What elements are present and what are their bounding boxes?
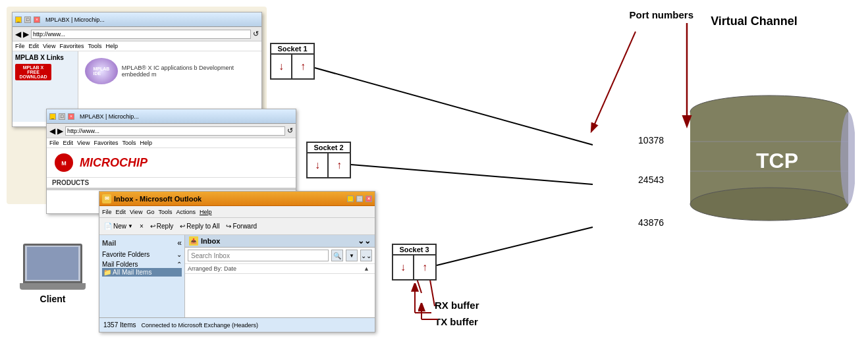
search-dropdown[interactable]: ▼ bbox=[346, 250, 358, 261]
svg-text:M: M bbox=[61, 160, 67, 167]
menu-help-1[interactable]: Help bbox=[105, 43, 118, 49]
browser2-tab[interactable]: MPLABX | Microchip... bbox=[80, 113, 139, 120]
tcp-cylinder-svg: TCP bbox=[684, 92, 855, 224]
maximize-btn-1[interactable]: □ bbox=[24, 16, 31, 23]
mail-folders-expand-icon[interactable]: ⌃ bbox=[176, 261, 182, 268]
forward-icon: ↪ bbox=[226, 223, 231, 230]
menu-help-2[interactable]: Help bbox=[140, 140, 152, 146]
socket1-down-arrow: ↓ bbox=[279, 61, 284, 72]
laptop-screen-inner bbox=[27, 247, 78, 280]
favorite-folders-expand-icon[interactable]: ⌄ bbox=[176, 251, 182, 258]
socket2-label: Socket 2 bbox=[308, 143, 350, 153]
close-btn-2[interactable]: × bbox=[68, 113, 74, 120]
svg-text:TCP: TCP bbox=[756, 149, 798, 173]
new-button[interactable]: 📄 New ▼ bbox=[102, 222, 135, 230]
items-count: 1357 Items bbox=[103, 321, 136, 329]
forward-icon-2[interactable]: ▶ bbox=[57, 126, 63, 136]
menu-view-1[interactable]: View bbox=[43, 43, 55, 49]
svg-line-1 bbox=[351, 165, 593, 184]
port-1-label: 10378 bbox=[638, 135, 664, 146]
close-outlook[interactable]: × bbox=[366, 196, 372, 202]
outlook-menu: File Edit View Go Tools Actions Help bbox=[99, 206, 375, 218]
outlook-menu-actions[interactable]: Actions bbox=[176, 209, 196, 215]
outlook-body: Mail « Favorite Folders ⌄ Mail Folders ⌃… bbox=[99, 235, 375, 329]
inbox-search: 🔍 ▼ ⌄⌄ bbox=[185, 248, 375, 264]
diagram-container: _ □ × MPLABX | Microchip... ◀ ▶ ↺ File E… bbox=[0, 0, 868, 347]
microchip-logo: M MICROCHIP bbox=[47, 148, 296, 177]
socket3-rx-cell: ↓ bbox=[393, 255, 414, 279]
microchip-products: PRODUCTS bbox=[47, 177, 296, 188]
mplab-download-btn[interactable]: MPLAB XFREE DOWNLOAD bbox=[15, 64, 51, 80]
scroll-up[interactable]: ▲ bbox=[364, 265, 369, 272]
forward-icon[interactable]: ▶ bbox=[23, 30, 29, 39]
mail-folders-header: Mail Folders ⌃ bbox=[102, 261, 182, 268]
mail-label: Mail bbox=[102, 238, 116, 248]
socket-1: Socket 1 ↓ ↑ bbox=[270, 43, 315, 80]
outlook-menu-tools[interactable]: Tools bbox=[158, 209, 172, 215]
menu-file-2[interactable]: File bbox=[49, 140, 59, 146]
back-icon-2[interactable]: ◀ bbox=[49, 126, 55, 136]
browser1-tab[interactable]: MPLABX | Microchip... bbox=[45, 16, 105, 23]
all-mail-item[interactable]: 📁 All Mail Items bbox=[102, 268, 182, 277]
search-input[interactable] bbox=[188, 250, 329, 261]
delete-button[interactable]: × bbox=[138, 222, 146, 230]
back-icon[interactable]: ◀ bbox=[15, 30, 21, 39]
outlook-menu-help[interactable]: Help bbox=[200, 209, 212, 215]
menu-file-1[interactable]: File bbox=[15, 43, 25, 49]
socket1-cells: ↓ ↑ bbox=[271, 55, 313, 78]
new-dropdown-icon[interactable]: ▼ bbox=[128, 223, 133, 229]
browser2-address-bar: ◀ ▶ ↺ bbox=[47, 124, 296, 138]
forward-button[interactable]: ↪ Forward bbox=[224, 222, 259, 230]
outlook-menu-view[interactable]: View bbox=[130, 209, 142, 215]
browser2-scrollbar[interactable] bbox=[47, 188, 296, 190]
menu-tools-1[interactable]: Tools bbox=[88, 43, 101, 49]
maximize-btn-2[interactable]: □ bbox=[59, 113, 65, 120]
address-input-1[interactable] bbox=[31, 30, 251, 39]
socket1-up-arrow: ↑ bbox=[300, 61, 306, 72]
search-button[interactable]: 🔍 bbox=[331, 250, 343, 261]
socket-3: Socket 3 ↓ ↑ bbox=[392, 244, 437, 280]
refresh-icon-2[interactable]: ↺ bbox=[287, 126, 293, 135]
address-input-2[interactable] bbox=[65, 126, 285, 136]
socket3-tx-cell: ↑ bbox=[414, 255, 435, 279]
mplab-logo-area: MPLABIDE MPLAB® X IC applications b Deve… bbox=[81, 54, 259, 88]
socket1-label: Socket 1 bbox=[271, 44, 313, 55]
socket2-tx-cell: ↑ bbox=[329, 153, 350, 177]
port-2-label: 24543 bbox=[638, 174, 664, 185]
favorite-folders-header: Favorite Folders ⌄ bbox=[102, 251, 182, 258]
laptop-screen bbox=[23, 244, 82, 283]
menu-edit-2[interactable]: Edit bbox=[63, 140, 74, 146]
tcp-cylinder: TCP bbox=[684, 92, 828, 217]
outlook-menu-edit[interactable]: Edit bbox=[116, 209, 126, 215]
socket3-label: Socket 3 bbox=[393, 245, 435, 255]
browser1-content-text: MPLAB® X IC applications b Development e… bbox=[122, 65, 256, 78]
minimize-btn-1[interactable]: _ bbox=[15, 16, 22, 23]
reply-all-button[interactable]: ↩ Reply to All bbox=[178, 222, 221, 230]
outlook-menu-file[interactable]: File bbox=[102, 209, 112, 215]
maximize-outlook[interactable]: □ bbox=[356, 196, 363, 202]
microchip-brand: MICROCHIP bbox=[80, 156, 148, 170]
search-expand[interactable]: ⌄⌄ bbox=[360, 250, 372, 261]
refresh-icon[interactable]: ↺ bbox=[253, 30, 259, 38]
reply-button[interactable]: ↩ Reply bbox=[148, 222, 176, 230]
socket1-rx-cell: ↓ bbox=[271, 55, 292, 78]
port-3-label: 43876 bbox=[638, 217, 664, 228]
menu-edit-1[interactable]: Edit bbox=[29, 43, 40, 49]
menu-view-2[interactable]: View bbox=[77, 140, 90, 146]
browser2-menu: File Edit View Favorites Tools Help bbox=[47, 138, 296, 148]
reply-icon: ↩ bbox=[150, 223, 155, 230]
browser1-address-bar: ◀ ▶ ↺ bbox=[13, 27, 261, 41]
inbox-arrange: Arranged By: Date ▲ bbox=[185, 264, 375, 274]
mail-collapse-icon[interactable]: « bbox=[177, 238, 182, 248]
outlook-menu-go[interactable]: Go bbox=[146, 209, 154, 215]
menu-favorites-1[interactable]: Favorites bbox=[59, 43, 84, 49]
menu-tools-2[interactable]: Tools bbox=[122, 140, 136, 146]
minimize-btn-2[interactable]: _ bbox=[49, 113, 56, 120]
inbox-expand-icon[interactable]: ⌄⌄ bbox=[358, 236, 371, 246]
laptop-base bbox=[20, 283, 86, 290]
close-btn-1[interactable]: × bbox=[34, 16, 40, 23]
socket-2: Socket 2 ↓ ↑ bbox=[306, 142, 351, 178]
menu-favorites-2[interactable]: Favorites bbox=[94, 140, 118, 146]
connection-status: Connected to Microsoft Exchange (Headers… bbox=[141, 322, 258, 329]
minimize-outlook[interactable]: _ bbox=[347, 196, 354, 202]
